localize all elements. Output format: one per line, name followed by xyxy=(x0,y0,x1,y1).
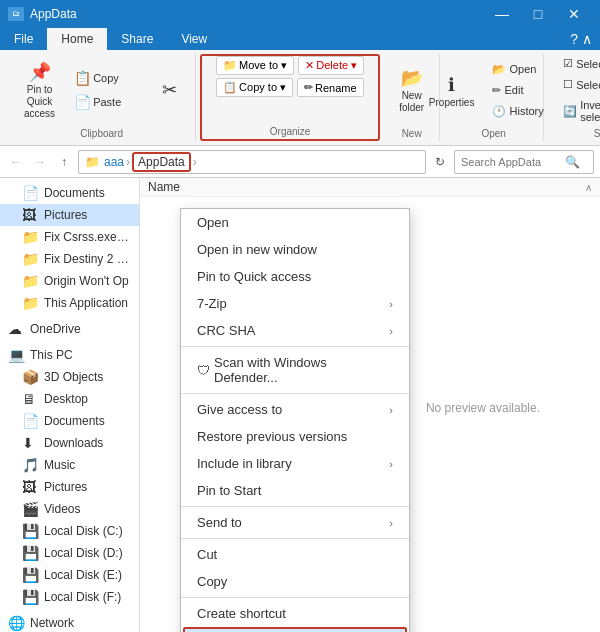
search-box[interactable]: 🔍 xyxy=(454,150,594,174)
refresh-button[interactable]: ↻ xyxy=(430,152,450,172)
sidebar-item-3d-objects[interactable]: 📦 3D Objects xyxy=(0,366,139,388)
onedrive-icon: ☁ xyxy=(8,321,24,337)
ctx-crc-sha-arrow: › xyxy=(389,325,393,337)
sidebar-item-this-app[interactable]: 📁 This Application xyxy=(0,292,139,314)
window-icon: 🗂 xyxy=(8,7,24,21)
local-disk-d-icon: 💾 xyxy=(22,545,38,561)
invert-selection-button[interactable]: 🔄 Invert selection xyxy=(556,96,600,126)
local-disk-c-icon: 💾 xyxy=(22,523,38,539)
ribbon-collapse-icon[interactable]: ∧ xyxy=(582,31,592,47)
address-path[interactable]: 📁 aaa › AppData › xyxy=(78,150,426,174)
sidebar-item-this-pc[interactable]: 💻 This PC xyxy=(0,344,139,366)
path-folder-icon: 📁 xyxy=(85,155,100,169)
tab-share[interactable]: Share xyxy=(107,28,167,50)
select-none-button[interactable]: ☐ Select none xyxy=(556,75,600,94)
properties-button[interactable]: ℹ Properties xyxy=(422,68,482,113)
title-bar-controls: — □ ✕ xyxy=(484,0,592,28)
sidebar-item-pictures[interactable]: 🖼 Pictures xyxy=(0,204,139,226)
tab-home[interactable]: Home xyxy=(47,28,107,50)
paste-button[interactable]: 📄 Paste xyxy=(67,91,147,113)
ctx-send-to[interactable]: Send to › xyxy=(181,509,409,536)
sidebar-item-local-disk-d[interactable]: 💾 Local Disk (D:) xyxy=(0,542,139,564)
copy-icon: 📋 xyxy=(74,70,90,86)
ctx-pin-quick-access[interactable]: Pin to Quick access xyxy=(181,263,409,290)
ctx-sep4 xyxy=(181,538,409,539)
ribbon: File Home Share View ? ∧ 📌 Pin to Quicka… xyxy=(0,28,600,146)
ctx-delete[interactable]: Delete xyxy=(183,627,407,632)
sidebar-item-local-disk-c[interactable]: 💾 Local Disk (C:) xyxy=(0,520,139,542)
sidebar-item-fix-destiny[interactable]: 📁 Fix Destiny 2 Sen xyxy=(0,248,139,270)
sidebar-item-pictures2[interactable]: 🖼 Pictures xyxy=(0,476,139,498)
select-all-button[interactable]: ☑ Select all xyxy=(556,54,600,73)
tab-file[interactable]: File xyxy=(0,28,47,50)
sidebar-item-documents[interactable]: 📄 Documents xyxy=(0,182,139,204)
no-preview-text: No preview available. xyxy=(426,401,540,415)
ctx-open[interactable]: Open xyxy=(181,209,409,236)
sidebar-item-onedrive[interactable]: ☁ OneDrive xyxy=(0,318,139,340)
ctx-pin-start[interactable]: Pin to Start xyxy=(181,477,409,504)
window-title: AppData xyxy=(30,7,77,21)
sidebar-item-downloads[interactable]: ⬇ Downloads xyxy=(0,432,139,454)
videos-icon: 🎬 xyxy=(22,501,38,517)
sidebar-item-desktop[interactable]: 🖥 Desktop xyxy=(0,388,139,410)
ctx-sep2 xyxy=(181,393,409,394)
context-menu: Open Open in new window Pin to Quick acc… xyxy=(180,208,410,632)
folder-icon: 📁 xyxy=(223,59,237,72)
rename-icon: ✏ xyxy=(304,81,313,94)
move-to-button[interactable]: 📁 Move to ▾ xyxy=(216,56,294,75)
ctx-create-shortcut[interactable]: Create shortcut xyxy=(181,600,409,627)
3d-objects-icon: 📦 xyxy=(22,369,38,385)
clipboard-group: 📌 Pin to Quickaccess 📋 Copy 📄 Paste ✂ xyxy=(8,54,196,141)
cut-button[interactable]: ✂ xyxy=(151,73,187,107)
local-disk-f-icon: 💾 xyxy=(22,589,38,605)
ctx-scan[interactable]: 🛡 Scan with Windows Defender... xyxy=(181,349,409,391)
pictures2-icon: 🖼 xyxy=(22,479,38,495)
copy-button[interactable]: 📋 Copy xyxy=(67,67,147,89)
ctx-7zip[interactable]: 7-Zip › xyxy=(181,290,409,317)
path-aaa[interactable]: aaa xyxy=(104,155,124,169)
select-none-icon: ☐ xyxy=(563,78,573,91)
rename-button[interactable]: ✏ Rename xyxy=(297,78,364,97)
sidebar-item-local-disk-e[interactable]: 💾 Local Disk (E:) xyxy=(0,564,139,586)
sidebar-item-fix-csrss[interactable]: 📁 Fix Csrss.exe Hig xyxy=(0,226,139,248)
back-button[interactable]: ← xyxy=(6,152,26,172)
forward-button[interactable]: → xyxy=(30,152,50,172)
ctx-crc-sha[interactable]: CRC SHA › xyxy=(181,317,409,344)
column-name: Name xyxy=(148,180,585,194)
copy-to-button[interactable]: 📋 Copy to ▾ xyxy=(216,78,293,97)
up-button[interactable]: ↑ xyxy=(54,152,74,172)
sidebar-item-origin[interactable]: 📁 Origin Won't Op xyxy=(0,270,139,292)
ctx-give-access[interactable]: Give access to › xyxy=(181,396,409,423)
open-label: Open xyxy=(452,126,535,141)
sidebar-item-documents2[interactable]: 📄 Documents xyxy=(0,410,139,432)
title-bar-icons: 🗂 xyxy=(8,7,24,21)
ctx-include-library[interactable]: Include in library › xyxy=(181,450,409,477)
minimize-button[interactable]: — xyxy=(484,0,520,28)
search-input[interactable] xyxy=(461,156,561,168)
title-bar: 🗂 AppData — □ ✕ xyxy=(0,0,600,28)
new-folder-icon: 📂 xyxy=(400,66,424,90)
clipboard-label: Clipboard xyxy=(16,126,187,141)
help-icon[interactable]: ? xyxy=(570,31,578,47)
ctx-open-new-window[interactable]: Open in new window xyxy=(181,236,409,263)
folder-icon-this-app: 📁 xyxy=(22,295,38,311)
path-appdata[interactable]: AppData xyxy=(132,152,191,172)
tab-view[interactable]: View xyxy=(167,28,221,50)
sidebar-item-local-disk-f[interactable]: 💾 Local Disk (F:) xyxy=(0,586,139,608)
clipboard-items: 📌 Pin to Quickaccess 📋 Copy 📄 Paste ✂ xyxy=(16,54,187,126)
ctx-restore-versions[interactable]: Restore previous versions xyxy=(181,423,409,450)
organize-items: 📁 Move to ▾ ✕ Delete ▾ 📋 Copy to ▾ ✏ xyxy=(216,56,364,124)
sidebar-item-network[interactable]: 🌐 Network xyxy=(0,612,139,632)
close-button[interactable]: ✕ xyxy=(556,0,592,28)
maximize-button[interactable]: □ xyxy=(520,0,556,28)
sidebar-item-music[interactable]: 🎵 Music xyxy=(0,454,139,476)
ctx-copy[interactable]: Copy xyxy=(181,568,409,595)
select-all-icon: ☑ xyxy=(563,57,573,70)
ctx-cut[interactable]: Cut xyxy=(181,541,409,568)
organize-group: 📁 Move to ▾ ✕ Delete ▾ 📋 Copy to ▾ ✏ xyxy=(200,54,380,141)
sidebar-item-videos[interactable]: 🎬 Videos xyxy=(0,498,139,520)
ribbon-delete-button[interactable]: ✕ Delete ▾ xyxy=(298,56,364,75)
pin-quick-access-button[interactable]: 📌 Pin to Quickaccess xyxy=(16,55,63,125)
documents2-icon: 📄 xyxy=(22,413,38,429)
copy-icon2: 📋 xyxy=(223,81,237,94)
